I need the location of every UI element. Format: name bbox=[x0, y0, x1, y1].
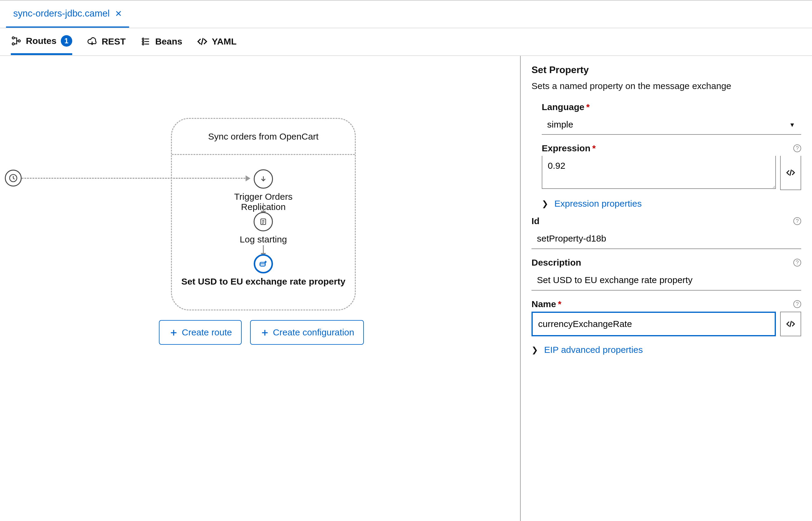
eip-advanced-toggle[interactable]: ❯ EIP advanced properties bbox=[531, 345, 801, 355]
code-icon bbox=[197, 36, 208, 47]
route-canvas[interactable]: Sync orders from OpenCart Trigger Orders… bbox=[0, 56, 521, 521]
create-route-button[interactable]: ＋ Create route bbox=[159, 320, 242, 345]
tab-rest-label: REST bbox=[102, 37, 126, 47]
plus-icon: ＋ bbox=[169, 325, 179, 339]
svg-line-17 bbox=[790, 169, 792, 176]
file-tab-label: sync-orders-jdbc.camel bbox=[13, 8, 110, 19]
connector bbox=[263, 245, 264, 254]
svg-point-7 bbox=[142, 43, 144, 45]
tab-routes[interactable]: Routes 1 bbox=[11, 35, 72, 55]
help-icon[interactable]: ? bbox=[793, 217, 801, 225]
chevron-right-icon: ❯ bbox=[531, 345, 538, 355]
node-set-property[interactable]: Set USD to EU exchange rate property bbox=[172, 254, 355, 287]
create-configuration-button[interactable]: ＋ Create configuration bbox=[250, 320, 364, 345]
svg-point-2 bbox=[18, 40, 20, 42]
node-log[interactable]: Log starting bbox=[240, 212, 287, 245]
id-label: Id bbox=[531, 216, 540, 226]
log-icon bbox=[254, 212, 273, 231]
id-input[interactable] bbox=[531, 229, 801, 249]
name-label: Name* bbox=[531, 299, 561, 309]
route-container[interactable]: Sync orders from OpenCart Trigger Orders… bbox=[171, 118, 356, 311]
create-configuration-label: Create configuration bbox=[273, 327, 354, 338]
language-select[interactable]: simple bbox=[542, 115, 801, 135]
field-description: Description ? bbox=[531, 257, 801, 291]
description-label: Description bbox=[531, 257, 581, 268]
tab-yaml[interactable]: YAML bbox=[197, 36, 237, 53]
view-tabs: Routes 1 REST Beans YAML bbox=[0, 28, 812, 56]
node-set-property-label: Set USD to EU exchange rate property bbox=[181, 276, 345, 287]
tab-routes-label: Routes bbox=[26, 36, 57, 46]
svg-point-5 bbox=[142, 41, 144, 42]
expression-properties-toggle[interactable]: ❯ Expression properties bbox=[542, 199, 801, 209]
svg-point-0 bbox=[12, 37, 15, 39]
cloud-icon bbox=[87, 36, 97, 47]
create-route-label: Create route bbox=[182, 327, 232, 338]
tab-beans[interactable]: Beans bbox=[140, 36, 182, 53]
route-title: Sync orders from OpenCart bbox=[208, 132, 319, 142]
properties-panel: Set Property Sets a named property on th… bbox=[521, 56, 812, 521]
help-icon[interactable]: ? bbox=[793, 300, 801, 308]
help-icon[interactable]: ? bbox=[793, 259, 801, 267]
name-input[interactable] bbox=[531, 312, 776, 336]
close-icon[interactable]: ✕ bbox=[115, 9, 122, 19]
tab-rest[interactable]: REST bbox=[87, 36, 126, 53]
description-input[interactable] bbox=[531, 270, 801, 291]
field-language: Language* simple bbox=[542, 102, 801, 135]
route-header[interactable]: Sync orders from OpenCart bbox=[172, 119, 355, 155]
expression-code-button[interactable] bbox=[780, 156, 801, 190]
connector bbox=[263, 203, 264, 211]
svg-line-9 bbox=[201, 38, 203, 45]
canvas-action-buttons: ＋ Create route ＋ Create configuration bbox=[159, 320, 364, 345]
language-label: Language* bbox=[542, 102, 590, 112]
svg-point-1 bbox=[12, 43, 15, 45]
eip-advanced-label: EIP advanced properties bbox=[544, 345, 643, 355]
help-icon[interactable]: ? bbox=[793, 144, 801, 152]
download-icon bbox=[254, 169, 273, 188]
chevron-right-icon: ❯ bbox=[542, 199, 548, 208]
svg-point-3 bbox=[142, 38, 144, 40]
timer-node[interactable] bbox=[5, 169, 22, 186]
expression-properties-label: Expression properties bbox=[554, 199, 642, 209]
expression-input[interactable] bbox=[542, 156, 776, 189]
file-tab-active[interactable]: sync-orders-jdbc.camel ✕ bbox=[6, 1, 129, 28]
node-log-label: Log starting bbox=[240, 234, 287, 245]
name-code-button[interactable] bbox=[780, 312, 801, 336]
svg-line-18 bbox=[790, 321, 792, 327]
field-expression: Expression* ? bbox=[542, 143, 801, 190]
panel-title: Set Property bbox=[531, 64, 801, 75]
svg-rect-16 bbox=[260, 264, 265, 266]
field-id: Id ? bbox=[531, 216, 801, 249]
expression-label: Expression* bbox=[542, 143, 596, 153]
plus-icon: ＋ bbox=[260, 325, 270, 339]
routes-count-badge: 1 bbox=[61, 35, 72, 47]
routes-icon bbox=[11, 36, 22, 46]
file-tab-bar: sync-orders-jdbc.camel ✕ bbox=[0, 1, 812, 28]
panel-description: Sets a named property on the message exc… bbox=[531, 81, 801, 91]
beans-icon bbox=[140, 36, 151, 47]
set-property-icon bbox=[254, 254, 273, 273]
tab-beans-label: Beans bbox=[155, 37, 182, 47]
tab-yaml-label: YAML bbox=[212, 37, 237, 47]
field-name: Name* ? bbox=[531, 299, 801, 336]
